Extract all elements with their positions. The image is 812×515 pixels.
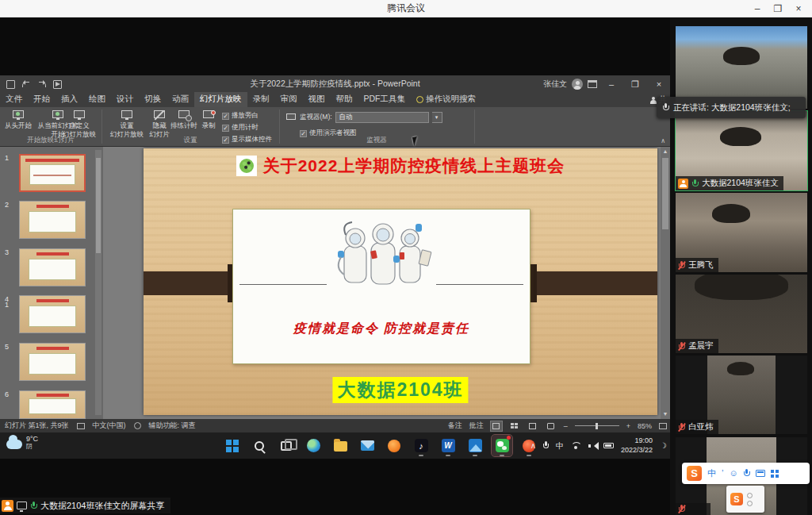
sogou-ime-toolbar[interactable]: S 中 ’ ☺ — [682, 463, 810, 484]
normal-view-button[interactable] — [491, 421, 502, 431]
tab-slideshow[interactable]: 幻灯片放映 — [194, 92, 247, 107]
photos-button[interactable] — [465, 435, 485, 456]
use-timings-checkbox[interactable]: ✓使用计时 — [222, 123, 272, 133]
tab-pdf-tools[interactable]: PDF工具集 — [358, 92, 412, 107]
ribbon-options-icon[interactable] — [588, 80, 597, 88]
tab-record[interactable]: 录制 — [247, 92, 275, 107]
app-orange-button[interactable] — [384, 435, 404, 456]
accessibility-status[interactable]: 辅助功能: 调查 — [149, 421, 196, 431]
slide-thumbnail-2[interactable] — [19, 201, 86, 239]
wechat-button[interactable] — [492, 435, 512, 456]
clock[interactable]: 19:00 2022/3/22 — [621, 436, 653, 455]
display-settings-icon[interactable] — [77, 423, 85, 429]
ppt-restore-icon[interactable]: ❐ — [626, 75, 645, 93]
comments-button[interactable]: 批注 — [469, 421, 484, 431]
tab-home[interactable]: 开始 — [28, 92, 56, 107]
tab-tell-me[interactable]: 操作说明搜索 — [411, 92, 481, 107]
thumbnail-scrollbar[interactable] — [95, 150, 102, 415]
canvas-scrollbar[interactable]: ▲ ▼ — [661, 147, 670, 419]
slide-thumbnail-6[interactable] — [19, 390, 86, 419]
participant-video-2[interactable]: 大数据2104班张佳文 — [676, 111, 807, 190]
screen-share-banner[interactable]: 大数据2104班张佳文的屏幕共享 — [0, 498, 170, 513]
tab-help[interactable]: 帮助 — [331, 92, 358, 107]
slide-card: 疫情就是命令 防控就是责任 — [232, 209, 530, 364]
tab-view[interactable]: 视图 — [303, 92, 331, 107]
task-view-button[interactable] — [276, 435, 297, 456]
tab-file[interactable]: 文件 — [0, 92, 28, 107]
notes-button[interactable]: 备注 — [448, 421, 462, 431]
slideshow-view-button[interactable] — [546, 421, 557, 431]
edge-browser-button[interactable] — [303, 435, 324, 456]
ppt-close-icon[interactable]: × — [649, 75, 668, 93]
weather-widget[interactable]: 9°C 阴 — [6, 436, 38, 451]
group-label-setup: 设置 — [102, 136, 279, 145]
slideshow-icon[interactable] — [53, 80, 62, 89]
ime-voice-icon[interactable] — [744, 469, 750, 478]
participant-name: 孟晨宇 — [688, 340, 714, 352]
redo-icon[interactable] — [37, 80, 47, 88]
record-button[interactable]: 录制 — [198, 110, 219, 130]
slide[interactable]: 关于2022上学期防控疫情线上主题班会 — [144, 148, 657, 415]
mic-on-icon — [691, 179, 699, 188]
participant-video-5[interactable]: 白亚炜 — [676, 356, 807, 434]
fit-to-window-icon[interactable] — [659, 423, 667, 429]
file-explorer-button[interactable] — [330, 435, 350, 456]
setup-slideshow-button[interactable]: 设置 幻灯片放映 — [108, 110, 146, 139]
sogou-popup[interactable]: S — [726, 486, 764, 513]
close-icon[interactable]: × — [788, 0, 809, 17]
undo-icon[interactable] — [21, 80, 31, 88]
word-button[interactable]: W — [438, 435, 458, 456]
slide-thumbnail-4[interactable] — [19, 295, 86, 333]
collapse-ribbon-icon[interactable]: ∧ — [661, 137, 665, 144]
tab-design[interactable]: 设计 — [111, 92, 139, 107]
from-beginning-button[interactable]: 从头开始 — [2, 110, 34, 130]
start-button[interactable] — [222, 435, 243, 456]
participant-video-3[interactable]: 王腾飞 — [676, 193, 807, 272]
tray-expand-icon[interactable]: ∧ — [530, 441, 536, 450]
slide-sorter-view-button[interactable] — [509, 421, 520, 431]
monitor-select[interactable]: 自动 — [335, 112, 429, 123]
zoom-out-icon[interactable]: – — [564, 422, 568, 430]
language-indicator[interactable]: 中文(中国) — [93, 421, 126, 431]
zoom-slider[interactable] — [575, 425, 619, 426]
play-narrations-checkbox[interactable]: ✓播放旁白 — [222, 111, 272, 121]
participant-video-4[interactable]: 孟晨宇 — [676, 275, 807, 353]
battery-icon[interactable] — [603, 443, 614, 448]
scroll-up-icon[interactable]: ▲ — [661, 147, 670, 156]
mail-button[interactable] — [357, 435, 377, 456]
tray-mic-icon[interactable] — [543, 441, 549, 450]
tab-transitions[interactable]: 切换 — [139, 92, 167, 107]
ime-keyboard-icon[interactable] — [756, 470, 765, 477]
slide-thumbnail-1[interactable] — [19, 154, 86, 192]
minimize-icon[interactable]: – — [747, 0, 768, 17]
save-icon[interactable] — [6, 80, 15, 89]
account-avatar[interactable] — [572, 79, 583, 90]
account-name[interactable]: 张佳文 — [543, 79, 567, 90]
wifi-icon[interactable] — [571, 442, 581, 450]
tab-animations[interactable]: 动画 — [167, 92, 194, 107]
ime-toolbox-icon[interactable] — [771, 470, 779, 478]
zoom-in-icon[interactable]: + — [626, 422, 630, 430]
volume-icon[interactable] — [588, 442, 596, 450]
search-button[interactable] — [249, 435, 270, 456]
rehearse-timings-button[interactable]: 排练计时 — [168, 110, 200, 130]
monitor-dropdown-icon[interactable]: ▾ — [432, 112, 442, 123]
ppt-minimize-icon[interactable]: – — [602, 75, 621, 93]
sogou-logo-icon[interactable]: S — [687, 466, 702, 481]
ime-punctuation-toggle[interactable]: ’ — [722, 469, 723, 478]
focus-assist-icon[interactable]: ☽ — [660, 441, 667, 450]
tab-review[interactable]: 审阅 — [275, 92, 303, 107]
zoom-level[interactable]: 85% — [638, 422, 652, 430]
ime-mode-toggle[interactable]: 中 — [707, 469, 716, 478]
tab-draw[interactable]: 绘图 — [83, 92, 111, 107]
slide-thumbnail-5[interactable] — [19, 343, 86, 381]
slide-thumbnail-3[interactable] — [19, 248, 86, 286]
scroll-down-icon[interactable]: ▼ — [661, 409, 670, 419]
reading-view-button[interactable] — [527, 421, 538, 431]
ime-emoji-button[interactable]: ☺ — [729, 469, 737, 478]
tab-insert[interactable]: 插入 — [56, 92, 83, 107]
douyin-button[interactable]: ♪ — [411, 435, 431, 456]
custom-slideshow-button[interactable]: 自定义 幻灯片放映 — [59, 110, 100, 139]
ime-indicator[interactable]: 中 — [556, 440, 564, 452]
restore-icon[interactable]: ❐ — [768, 0, 788, 17]
